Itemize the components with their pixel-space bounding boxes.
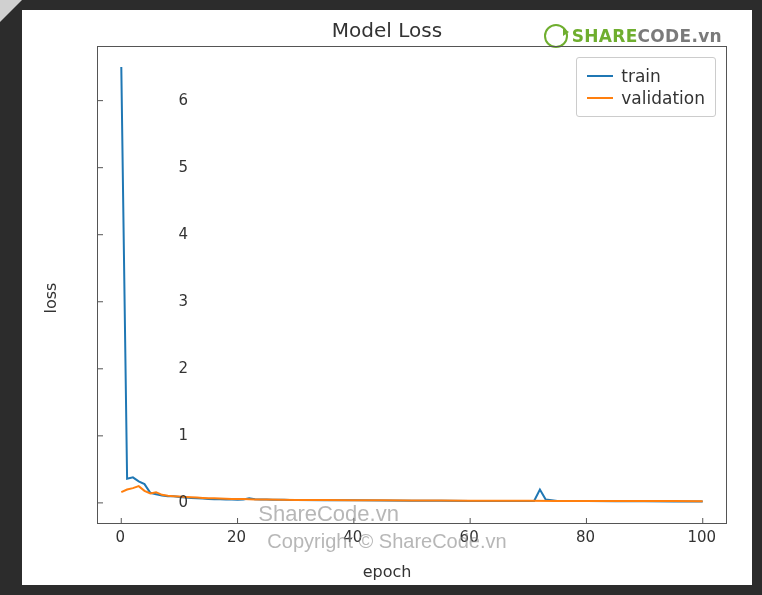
xtick-80: 80 [576, 528, 595, 546]
sharecode-logo-icon [544, 24, 568, 48]
brand-code: CODE [638, 26, 692, 46]
legend: train validation [576, 57, 716, 117]
series-validation [121, 486, 702, 501]
ytick-6: 6 [178, 91, 188, 109]
legend-label-validation: validation [621, 88, 705, 108]
xtick-20: 20 [227, 528, 246, 546]
legend-swatch-train [587, 75, 613, 77]
series-train [121, 67, 702, 501]
legend-label-train: train [621, 66, 661, 86]
xtick-100: 100 [687, 528, 716, 546]
legend-swatch-validation [587, 97, 613, 99]
y-axis-label: loss [41, 282, 60, 313]
ytick-2: 2 [178, 359, 188, 377]
legend-row-validation: validation [587, 88, 705, 108]
xtick-0: 0 [115, 528, 125, 546]
corner-decoration [0, 0, 22, 22]
legend-row-train: train [587, 66, 705, 86]
plot-area: train validation [97, 46, 727, 524]
ytick-5: 5 [178, 158, 188, 176]
x-axis-label: epoch [363, 562, 412, 581]
chart-frame: Model Loss SHARECODE.vn train validation… [22, 10, 752, 585]
plot-svg [98, 47, 726, 523]
brand-tld: .vn [691, 26, 722, 46]
brand-share: SHARE [572, 26, 638, 46]
ytick-3: 3 [178, 292, 188, 310]
ytick-0: 0 [178, 493, 188, 511]
watermark-copyright: Copyright © ShareCode.vn [267, 530, 506, 553]
ytick-1: 1 [178, 426, 188, 444]
watermark-sharecode: ShareCode.vn [258, 501, 399, 527]
ytick-4: 4 [178, 225, 188, 243]
sharecode-brand: SHARECODE.vn [544, 24, 722, 48]
